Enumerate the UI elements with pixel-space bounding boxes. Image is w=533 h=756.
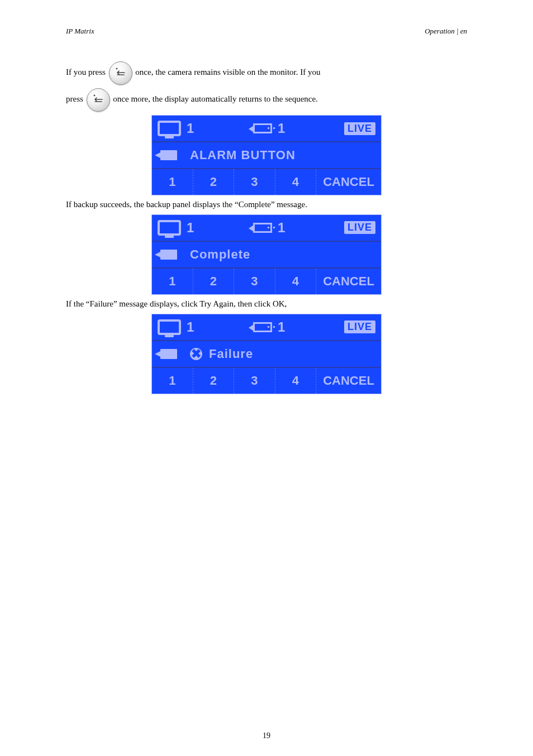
stream-icon xyxy=(253,322,272,332)
preset-1[interactable]: 1 xyxy=(152,368,193,394)
lcd-panel: 1 1 LIVE ✖Failure 1234 CANCEL xyxy=(151,314,382,394)
preset-4[interactable]: 4 xyxy=(275,368,316,394)
svg-point-1 xyxy=(93,94,95,96)
cancel-button[interactable]: CANCEL xyxy=(316,169,381,195)
preset-3[interactable]: 3 xyxy=(234,269,275,294)
lcd-panel: 1 1 LIVE Complete 1234 CANCEL xyxy=(151,214,382,295)
preset-3[interactable]: 3 xyxy=(234,368,275,394)
preset-4[interactable]: 4 xyxy=(275,269,316,294)
preset-2[interactable]: 2 xyxy=(193,169,234,195)
lcd-panel: 1 1 LIVE ALARM BUTTON 1234 CANCEL xyxy=(151,115,382,195)
monitor-number: 1 xyxy=(187,121,194,136)
preset-4[interactable]: 4 xyxy=(275,169,316,195)
monitor-icon xyxy=(158,319,181,335)
stream-number: 1 xyxy=(278,121,285,136)
header-left: IP Matrix xyxy=(66,27,94,35)
camera-icon xyxy=(160,349,177,359)
para-complete: If backup succeeds, the backup panel dis… xyxy=(66,199,467,211)
para-1-line-2: press once more, the display automatical… xyxy=(66,88,467,112)
stream-icon xyxy=(253,223,272,233)
para-1-line-1: If you press once, the camera remains vi… xyxy=(66,61,467,85)
header-right: Operation | en xyxy=(425,27,467,36)
status-label: ALARM BUTTON xyxy=(185,142,296,168)
back-arrow-button-icon xyxy=(87,88,110,112)
preset-2[interactable]: 2 xyxy=(193,269,234,294)
cancel-button[interactable]: CANCEL xyxy=(316,368,381,394)
page-number: 19 xyxy=(0,731,533,740)
stream-number: 1 xyxy=(278,220,285,236)
preset-2[interactable]: 2 xyxy=(193,368,234,394)
preset-1[interactable]: 1 xyxy=(152,169,193,195)
para-failure: If the “Failure” message displays, click… xyxy=(66,298,467,310)
svg-point-0 xyxy=(116,68,117,69)
preset-1[interactable]: 1 xyxy=(152,269,193,294)
cancel-button[interactable]: CANCEL xyxy=(316,269,381,294)
stream-icon xyxy=(253,123,272,133)
failure-x-icon: ✖ xyxy=(190,348,202,360)
status-label: Complete xyxy=(185,242,250,267)
live-badge: LIVE xyxy=(344,320,375,333)
monitor-number: 1 xyxy=(187,220,194,236)
stream-number: 1 xyxy=(278,319,285,335)
monitor-icon xyxy=(158,220,181,236)
live-badge: LIVE xyxy=(344,122,375,135)
camera-icon xyxy=(160,250,177,260)
monitor-icon xyxy=(158,121,181,136)
live-badge: LIVE xyxy=(344,221,375,234)
status-label: ✖Failure xyxy=(185,341,253,367)
back-arrow-button-icon xyxy=(109,61,132,85)
monitor-number: 1 xyxy=(187,319,194,335)
preset-3[interactable]: 3 xyxy=(234,169,275,195)
camera-icon xyxy=(160,150,177,160)
